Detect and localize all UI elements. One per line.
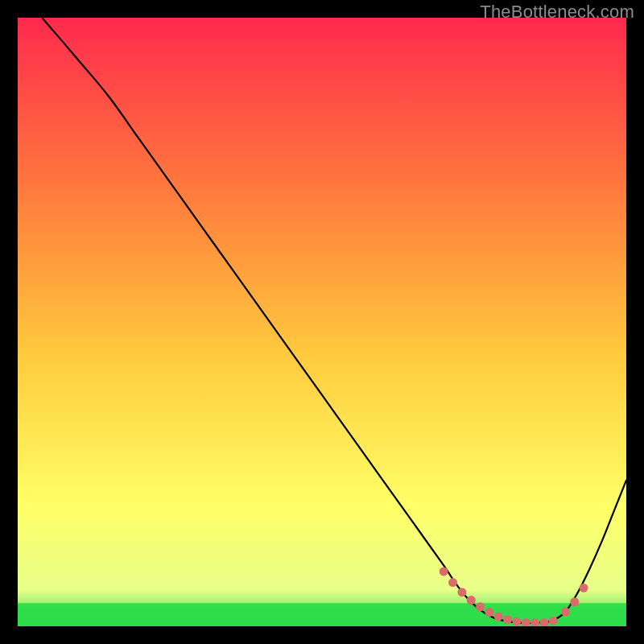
marker-dot xyxy=(549,617,558,625)
marker-group xyxy=(440,567,588,626)
marker-dot xyxy=(476,602,485,611)
optimal-markers xyxy=(18,18,626,626)
marker-dot xyxy=(561,607,570,616)
plot-area xyxy=(18,18,626,626)
marker-dot xyxy=(530,618,539,626)
marker-dot xyxy=(467,596,476,605)
marker-dot xyxy=(539,618,548,626)
marker-dot xyxy=(448,578,457,587)
watermark: TheBottleneck.com xyxy=(480,2,634,23)
marker-dot xyxy=(457,588,466,597)
marker-dot xyxy=(580,584,588,592)
marker-dot xyxy=(522,618,530,626)
chart-stage: TheBottleneck.com xyxy=(0,0,644,644)
marker-dot xyxy=(570,597,579,606)
marker-dot xyxy=(440,567,448,576)
marker-dot xyxy=(494,612,503,621)
marker-dot xyxy=(512,617,521,625)
marker-dot xyxy=(503,615,512,624)
marker-dot xyxy=(485,608,493,617)
